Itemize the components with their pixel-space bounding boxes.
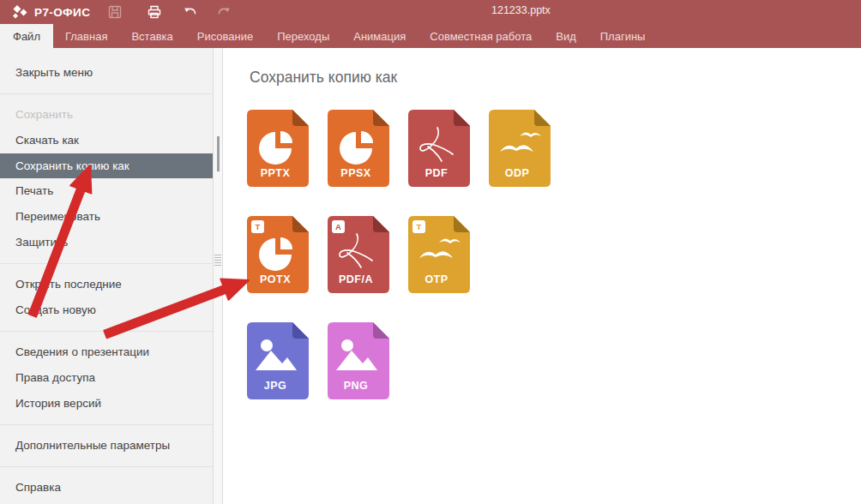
logo-diamonds-icon: [11, 4, 28, 20]
brand-name: Р7-ОФИС: [34, 6, 90, 19]
document-title: 121233.pptx: [491, 4, 551, 16]
file-menu-panel: Закрыть менюСохранитьСкачать какСохранит…: [0, 48, 213, 504]
format-card-pptx[interactable]: PPTX: [247, 110, 309, 187]
menu-group: СохранитьСкачать какСохранить копию какП…: [0, 93, 213, 263]
format-card-pdf[interactable]: PDF: [408, 110, 470, 187]
menu-item[interactable]: Права доступа: [0, 365, 213, 391]
format-badge: A: [332, 220, 345, 233]
top-bar: Р7-ОФИС 121233.pptx ФайлГлавнаяВставкаРи…: [0, 0, 861, 48]
format-card-otp[interactable]: T OTP: [408, 216, 470, 293]
splitter-grip-icon: [214, 255, 221, 266]
tab-bar: ФайлГлавнаяВставкаРисованиеПереходыАнима…: [0, 24, 861, 48]
scrollbar-thumb[interactable]: [217, 136, 220, 171]
format-card-jpg[interactable]: JPG: [247, 322, 309, 399]
tab-главная[interactable]: Главная: [53, 24, 119, 48]
pane-heading: Сохранить копию как: [250, 69, 397, 87]
menu-item[interactable]: Создать новую: [0, 297, 213, 323]
tab-переходы[interactable]: Переходы: [265, 24, 341, 48]
tab-плагины[interactable]: Плагины: [588, 24, 658, 48]
menu-item[interactable]: Защитить: [0, 230, 213, 255]
menu-item[interactable]: История версий: [0, 391, 213, 417]
format-badge: T: [412, 220, 425, 233]
menu-item[interactable]: Сведения о презентации: [0, 339, 213, 365]
format-row: PPTX PPSX PDF ODP: [247, 110, 551, 187]
tab-вид[interactable]: Вид: [544, 24, 588, 48]
format-label: POTX: [247, 273, 304, 285]
menu-item[interactable]: Дополнительные параметры: [0, 433, 213, 459]
undo-icon[interactable]: [183, 4, 198, 20]
app-window: { "topbar": { "brand": "Р7-ОФИС", "docum…: [0, 0, 861, 504]
save-copy-pane: Сохранить копию как PPTX PPSX PDF: [223, 48, 861, 504]
format-badge: T: [251, 220, 264, 233]
tab-совместная-работа[interactable]: Совместная работа: [418, 24, 544, 48]
save-icon[interactable]: [107, 4, 123, 20]
menu-item[interactable]: Сохранить копию как: [0, 153, 213, 178]
menu-item[interactable]: Скачать как: [0, 128, 213, 153]
format-label: PPTX: [247, 167, 304, 179]
tab-рисование[interactable]: Рисование: [185, 24, 265, 48]
format-row: T POTX A PDF/A T OTP: [247, 216, 551, 293]
panel-splitter[interactable]: [213, 48, 223, 504]
format-grid: PPTX PPSX PDF ODP T POTX: [247, 110, 551, 399]
print-icon[interactable]: [147, 4, 162, 20]
menu-item[interactable]: Справка: [0, 475, 213, 501]
format-label: PDF/A: [328, 273, 384, 285]
app-logo: Р7-ОФИС: [11, 3, 90, 21]
menu-group: Закрыть меню: [0, 48, 213, 93]
format-card-ppsx[interactable]: PPSX: [328, 110, 389, 187]
format-label: PNG: [328, 380, 384, 392]
menu-item[interactable]: Переименовать: [0, 204, 213, 230]
menu-item[interactable]: Печать: [0, 178, 213, 204]
format-label: OTP: [408, 273, 465, 285]
menu-item: Сохранить: [0, 102, 213, 128]
menu-group: Справка: [0, 466, 213, 504]
menu-group: Открыть последниеСоздать новую: [0, 263, 213, 331]
format-card-odp[interactable]: ODP: [489, 110, 551, 187]
tab-анимация[interactable]: Анимация: [341, 24, 418, 48]
format-card-potx[interactable]: T POTX: [247, 216, 309, 293]
format-label: ODP: [489, 167, 545, 179]
format-label: PDF: [408, 167, 465, 179]
menu-group: Дополнительные параметры: [0, 424, 213, 466]
format-card-png[interactable]: PNG: [328, 322, 389, 399]
menu-item[interactable]: Закрыть меню: [0, 60, 213, 86]
redo-icon[interactable]: [216, 4, 232, 20]
format-row: JPG PNG: [247, 322, 551, 399]
tab-вставка[interactable]: Вставка: [119, 24, 184, 48]
menu-group: Сведения о презентацииПрава доступаИстор…: [0, 331, 213, 424]
tab-файл[interactable]: Файл: [0, 24, 53, 48]
menu-item[interactable]: Открыть последние: [0, 272, 213, 297]
format-card-pdf-a[interactable]: A PDF/A: [328, 216, 389, 293]
format-label: PPSX: [328, 167, 384, 179]
format-label: JPG: [247, 380, 304, 392]
